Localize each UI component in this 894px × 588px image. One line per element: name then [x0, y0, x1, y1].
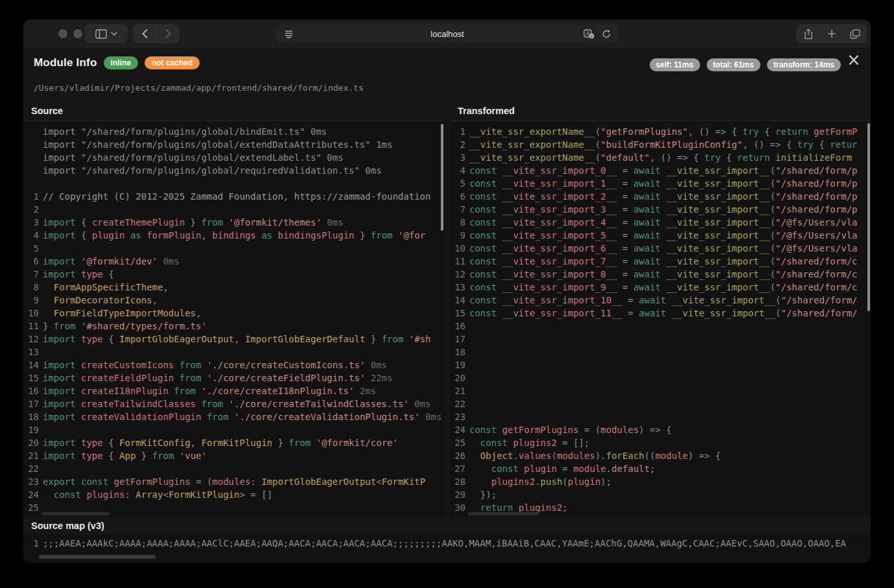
source-panel: Source import "/shared/form/plugins/glob… [23, 100, 445, 517]
code-line: 6const __vite_ssr_import_2__ = await __v… [450, 190, 871, 203]
translate-button[interactable]: A x [580, 24, 597, 43]
code-text: const __vite_ssr_import_0__ = await __vi… [469, 164, 871, 177]
code-line: 12const __vite_ssr_import_8__ = await __… [450, 268, 871, 281]
transformed-code-area[interactable]: 1__vite_ssr_exportName__("getFormPlugins… [450, 121, 871, 517]
source-panel-title: Source [23, 100, 445, 121]
browser-window: localhost A x [23, 19, 871, 563]
forward-button[interactable] [157, 24, 180, 43]
code-line: 17 [450, 333, 871, 346]
transformed-panel-title: Transformed [450, 100, 871, 121]
code-text: import "/shared/form/plugins/global/exte… [43, 138, 445, 151]
sidebar-icon [95, 29, 107, 39]
metric-total: total: 61ms [707, 58, 760, 71]
line-number: 2 [23, 203, 43, 216]
code-text: FormDecoratorIcons, [43, 294, 445, 307]
sourcemap-code-area[interactable]: 1;;;AAEA;AAAkC;AAAA;AAAA;AAAA;AAClC;AAEA… [23, 535, 871, 563]
code-text [43, 242, 445, 255]
code-line: 19 [23, 423, 445, 436]
line-number: 15 [450, 307, 469, 320]
new-tab-button[interactable] [820, 24, 843, 43]
source-vertical-scrollbar[interactable] [441, 124, 443, 231]
tabs-overview-button[interactable] [843, 24, 867, 43]
reload-button[interactable] [598, 24, 614, 43]
code-text: const getFormPlugins = (modules) => { [469, 423, 871, 436]
code-text: import '@formkit/dev' 0ms [43, 255, 445, 268]
line-number [23, 164, 43, 177]
share-button[interactable] [796, 24, 820, 43]
url-bar[interactable]: localhost A x [276, 24, 619, 43]
code-line: 27 const plugin = module.default; [450, 462, 871, 475]
code-text: import "/shared/form/plugins/global/requ… [43, 164, 445, 177]
code-text: const __vite_ssr_import_4__ = await __vi… [469, 216, 871, 229]
line-number [23, 138, 43, 151]
code-text: const __vite_ssr_import_6__ = await __vi… [469, 242, 871, 255]
code-line: 14import createCustomIcons from './core/… [23, 359, 445, 371]
code-text: FormAppSpecificTheme, [43, 281, 445, 294]
code-text: import "/shared/form/plugins/global/exte… [43, 151, 445, 164]
traffic-light-minimize[interactable] [73, 29, 82, 38]
line-number [23, 125, 43, 138]
line-number: 9 [23, 294, 43, 307]
sourcemap-horizontal-scrollbar[interactable] [39, 555, 156, 559]
nav-buttons [133, 24, 180, 43]
badge-inline: inline [104, 56, 138, 69]
transformed-horizontal-scrollbar[interactable] [468, 512, 539, 515]
line-number: 22 [23, 462, 43, 475]
code-line: 5const __vite_ssr_import_1__ = await __v… [450, 177, 871, 190]
code-text: FormFieldTypeImportModules, [43, 307, 445, 320]
line-number: 15 [23, 371, 43, 384]
line-number: 12 [450, 268, 469, 281]
code-line: 10const __vite_ssr_import_6__ = await __… [450, 242, 871, 255]
line-number: 21 [450, 384, 469, 397]
code-line: 4const __vite_ssr_import_0__ = await __v… [450, 164, 871, 177]
code-line [23, 177, 445, 190]
module-info-header: Module Info inline not cached self: 11ms… [23, 48, 871, 100]
code-line: 7import type { [23, 268, 445, 281]
code-text: export const getFormPlugins = (modules: … [43, 475, 445, 488]
source-code-area[interactable]: import "/shared/form/plugins/global/bind… [23, 121, 445, 517]
code-text [469, 320, 871, 333]
code-text [469, 346, 871, 359]
sourcemap-section: Source map (v3) 1;;;AAEA;AAAkC;AAAA;AAAA… [23, 517, 871, 563]
window-actions [796, 24, 867, 43]
source-horizontal-scrollbar[interactable] [41, 512, 110, 515]
code-text: import createCustomIcons from './core/cr… [43, 359, 445, 371]
line-number: 7 [23, 268, 43, 281]
line-number: 19 [450, 359, 469, 371]
line-number [23, 151, 43, 164]
line-number: 1 [450, 125, 469, 138]
code-text: const __vite_ssr_import_3__ = await __vi… [469, 203, 871, 216]
transformed-panel: Transformed 1__vite_ssr_exportName__("ge… [450, 100, 871, 517]
code-line: 10 FormFieldTypeImportModules, [23, 307, 445, 320]
code-line: 22 [450, 397, 871, 410]
code-text [469, 333, 871, 346]
code-line: 28 plugins2.push(plugin); [450, 475, 871, 488]
back-button[interactable] [133, 24, 156, 43]
transformed-vertical-scrollbar[interactable] [867, 123, 870, 311]
line-number: 5 [450, 177, 469, 190]
sidebar-button[interactable] [85, 24, 128, 43]
code-text: const __vite_ssr_import_2__ = await __vi… [469, 190, 871, 203]
line-number: 25 [450, 436, 469, 449]
code-line: 2 [23, 203, 445, 216]
module-path: /Users/vladimir/Projects/zammad/app/fron… [34, 83, 364, 93]
code-text: import { createThemePlugin } from '@form… [43, 216, 445, 229]
line-number: 5 [23, 242, 43, 255]
code-line: import "/shared/form/plugins/global/exte… [23, 151, 445, 164]
code-text: const __vite_ssr_import_11__ = await __v… [469, 307, 871, 320]
close-button[interactable]: × [845, 51, 863, 69]
code-line: 3__vite_ssr_exportName__("default", () =… [450, 151, 871, 164]
code-text: import type { App } from 'vue' [43, 449, 445, 462]
code-line: 13const __vite_ssr_import_9__ = await __… [450, 281, 871, 294]
code-text: import type { FormKitConfig, FormKitPlug… [43, 436, 445, 449]
back-icon [142, 29, 148, 38]
code-text: import { plugin as formPlugin, bindings … [43, 229, 445, 242]
code-text: const __vite_ssr_import_7__ = await __vi… [469, 255, 871, 268]
code-text: const plugins2 = []; [469, 436, 871, 449]
metric-self: self: 11ms [650, 58, 700, 71]
line-number: 28 [450, 475, 469, 488]
line-number: 12 [23, 333, 43, 346]
code-line: 5 [23, 242, 445, 255]
code-text: const plugins: Array<FormKitPlugin> = [] [43, 488, 445, 501]
traffic-light-close[interactable] [58, 29, 67, 38]
